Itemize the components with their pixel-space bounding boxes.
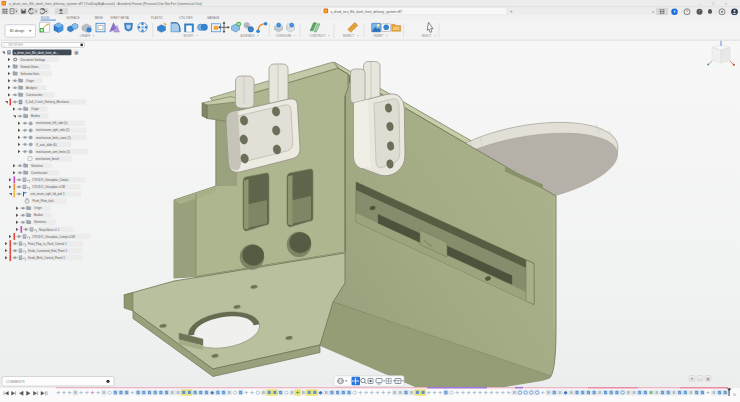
svg-text:X_axis_slide (6): X_axis_slide (6): [36, 143, 57, 147]
svg-text:Final_Flap_to_Roof_Control 1: Final_Flap_to_Roof_Control 1: [28, 242, 67, 246]
svg-text:SELECT: SELECT: [421, 34, 432, 38]
svg-text:PLASTIC: PLASTIC: [151, 16, 163, 20]
svg-text:3D design: 3D design: [10, 29, 25, 33]
svg-text:Origin: Origin: [26, 79, 34, 83]
svg-text:mechanism_right_side (1): mechanism_right_side (1): [36, 128, 69, 132]
svg-text:mechanism_left_side (1): mechanism_left_side (1): [36, 121, 68, 125]
svg-text:17V13#1_Gearybox_Compl...: 17V13#1_Gearybox_Compl...: [32, 178, 70, 182]
svg-text:CREATE: CREATE: [80, 34, 91, 38]
svg-text:Knob_Multi_Control_Panel 1: Knob_Multi_Control_Panel 1: [28, 256, 65, 260]
svg-text:COMMENTS: COMMENTS: [6, 380, 25, 384]
svg-text:▦: ▦: [75, 50, 79, 55]
svg-text:Knob_Customed_End_Point 1: Knob_Customed_End_Point 1: [28, 249, 67, 253]
svg-text:⊕: ⊕: [690, 377, 693, 381]
svg-text:+: +: [510, 9, 513, 14]
svg-text:a_drum_tars_80r_dash_front_de.: a_drum_tars_80r_dash_front_de...: [14, 51, 59, 55]
svg-text:Bodies: Bodies: [31, 114, 40, 118]
svg-text:SOLID: SOLID: [41, 16, 50, 20]
svg-text:Selection Sets: Selection Sets: [21, 72, 40, 76]
svg-text:Construction: Construction: [31, 171, 48, 175]
svg-text:~~~~~: ~~~~~: [719, 385, 726, 387]
svg-text:!: !: [699, 10, 700, 14]
svg-text:Origin: Origin: [31, 107, 39, 111]
svg-text:MANAGE: MANAGE: [207, 16, 219, 20]
svg-text:Sketches: Sketches: [34, 220, 46, 224]
svg-text:MESH: MESH: [95, 16, 103, 20]
svg-text:Named Views: Named Views: [21, 65, 39, 69]
svg-text:UTILITIES: UTILITIES: [179, 16, 192, 20]
svg-text:Analysis: Analysis: [26, 86, 37, 90]
svg-text:▤: ▤: [706, 377, 709, 381]
svg-text:BROWSER: BROWSER: [9, 43, 23, 47]
svg-text:▸: ▸: [653, 10, 655, 14]
svg-text:CONFIGURE: CONFIGURE: [276, 34, 292, 38]
svg-text:Sketches: Sketches: [31, 164, 43, 168]
svg-text:▭: ▭: [698, 377, 701, 381]
svg-text:NinjaGlass v1 1: NinjaGlass v1 1: [39, 228, 60, 232]
svg-text:17V13#1_Gearybox v138: 17V13#1_Gearybox v138: [32, 185, 65, 189]
svg-text:INSERT: INSERT: [374, 34, 384, 38]
svg-text:Document Settings: Document Settings: [21, 58, 46, 62]
svg-text:SHEET METAL: SHEET METAL: [110, 16, 130, 20]
svg-text:a_droid_tars_80r_dash_front_de: a_droid_tars_80r_dash_front_delivery_sys…: [331, 10, 403, 14]
svg-text:mechanism_arm_limits (1): mechanism_arm_limits (1): [36, 150, 70, 154]
svg-text:a_drum_tars_80r_dash_front_del: a_drum_tars_80r_dash_front_delivery_syst…: [9, 2, 202, 6]
svg-text:17V13#1_Gearybox_Compl v138: 17V13#1_Gearybox_Compl v138: [32, 235, 75, 239]
svg-text:INSPECT: INSPECT: [343, 34, 355, 38]
svg-text:CONSTRUCT: CONSTRUCT: [309, 34, 326, 38]
svg-text:3_0x4_5 inch_Delivery_Mechanis: 3_0x4_5 inch_Delivery_Mechanis...: [26, 100, 72, 104]
svg-text:Bodies: Bodies: [34, 213, 43, 217]
svg-text:SURFACE: SURFACE: [66, 16, 79, 20]
svg-text:ASSEMBLE: ASSEMBLE: [241, 34, 255, 38]
svg-text:Construction: Construction: [26, 93, 43, 97]
svg-text:Origin: Origin: [34, 206, 42, 210]
svg-text:Push_Flow_lock: Push_Flow_lock: [33, 199, 55, 203]
svg-text:MODIFY: MODIFY: [183, 34, 193, 38]
svg-text:mechanism_belts_zone (1): mechanism_belts_zone (1): [36, 136, 71, 140]
svg-text:⌕: ⌕: [3, 43, 5, 47]
svg-text:mechanism_bevel: mechanism_bevel: [36, 157, 60, 161]
svg-text:anti_move_right_ltd_pcb 1: anti_move_right_ltd_pcb 1: [31, 192, 65, 196]
svg-text:?: ?: [686, 10, 688, 14]
